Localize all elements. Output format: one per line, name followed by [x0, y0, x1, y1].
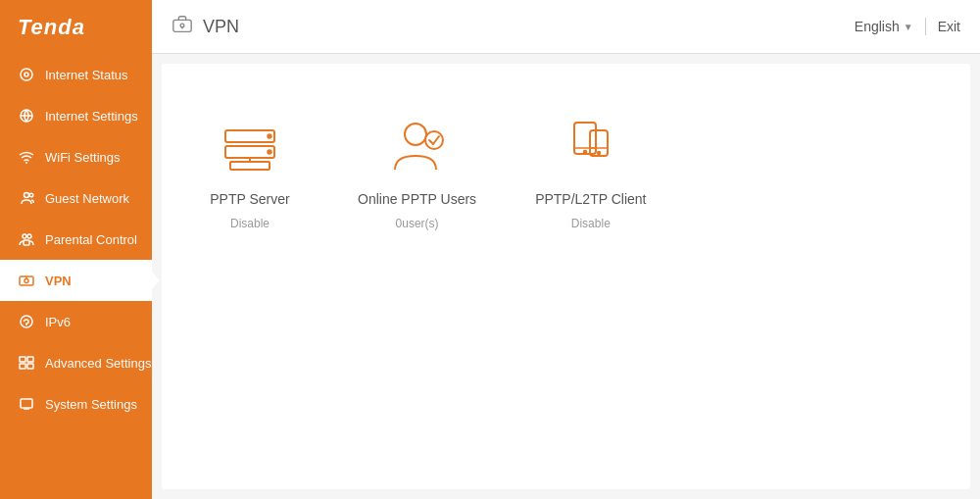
sidebar-item-label: Advanced Settings [45, 356, 151, 371]
svg-point-0 [21, 69, 32, 80]
svg-point-5 [24, 193, 29, 198]
sidebar-item-label: Guest Network [45, 191, 129, 206]
sidebar-item-vpn[interactable]: VPN [0, 260, 152, 301]
svg-rect-28 [230, 162, 270, 170]
svg-point-8 [27, 234, 31, 238]
svg-point-36 [597, 152, 600, 155]
sidebar-item-parental-control[interactable]: Parental Control [0, 219, 152, 260]
sidebar-item-label: Internet Settings [45, 109, 138, 124]
svg-point-1 [24, 73, 28, 76]
parental-control-icon [18, 230, 35, 248]
sidebar-item-internet-settings[interactable]: Internet Settings [0, 95, 152, 136]
language-label: English [855, 19, 900, 34]
svg-rect-13 [20, 357, 25, 362]
svg-point-29 [405, 124, 426, 145]
svg-rect-14 [27, 357, 33, 362]
svg-rect-15 [20, 364, 25, 369]
language-selector[interactable]: English ▼ [855, 19, 913, 34]
svg-point-11 [24, 279, 28, 283]
system-settings-icon [18, 395, 35, 413]
vpn-cards-container: PPTP Server Disable Online PPTP Users [201, 103, 931, 230]
sidebar-item-label: Parental Control [45, 232, 137, 247]
svg-rect-20 [173, 20, 191, 31]
advanced-settings-icon [18, 354, 35, 372]
svg-point-33 [583, 151, 586, 154]
svg-point-7 [23, 234, 26, 238]
pptp-server-status: Disable [230, 217, 270, 230]
svg-rect-31 [574, 123, 596, 154]
chevron-down-icon: ▼ [904, 22, 913, 32]
status-icon [18, 66, 35, 83]
internet-settings-icon [18, 107, 35, 125]
svg-rect-16 [27, 364, 33, 369]
vpn-header-icon [172, 14, 193, 39]
sidebar-item-label: WiFi Settings [45, 150, 121, 165]
vpn-nav-icon [18, 272, 35, 289]
online-pptp-users-label: Online PPTP Users [358, 191, 476, 207]
svg-point-4 [25, 162, 27, 164]
sidebar-item-internet-status[interactable]: Internet Status [0, 54, 152, 95]
header-left: VPN [172, 14, 239, 39]
sidebar-item-wifi-settings[interactable]: WiFi Settings [0, 136, 152, 177]
content-area: PPTP Server Disable Online PPTP Users [162, 64, 970, 489]
pptp-l2tp-client-label: PPTP/L2TP Client [535, 191, 646, 207]
pptp-l2tp-client-icon [557, 113, 625, 181]
online-pptp-users-icon [383, 113, 452, 181]
pptp-server-icon [216, 113, 284, 181]
svg-point-6 [29, 193, 33, 197]
svg-point-21 [180, 24, 184, 27]
pptp-server-card[interactable]: PPTP Server Disable [201, 113, 299, 230]
sidebar-item-label: VPN [45, 274, 72, 288]
header: VPN English ▼ Exit [152, 0, 980, 54]
guest-network-icon [18, 189, 35, 207]
exit-button[interactable]: Exit [938, 19, 960, 34]
sidebar-item-guest-network[interactable]: Guest Network [0, 177, 152, 219]
online-pptp-users-status: 0user(s) [396, 217, 439, 230]
sidebar-item-ipv6[interactable]: IPv6 [0, 301, 152, 342]
sidebar-item-advanced-settings[interactable]: Advanced Settings [0, 342, 152, 383]
svg-rect-9 [24, 240, 29, 245]
logo-text: Tenda [18, 15, 85, 40]
sidebar-item-label: Internet Status [45, 68, 128, 82]
sidebar-item-system-settings[interactable]: System Settings [0, 383, 152, 424]
sidebar-nav: Internet Status Internet Settings WiFi S… [0, 54, 152, 499]
ipv6-icon [18, 313, 35, 330]
sidebar: Tenda Internet Status Internet Settings … [0, 0, 152, 499]
pptp-server-label: PPTP Server [210, 191, 289, 207]
svg-point-25 [268, 150, 271, 154]
header-divider [925, 18, 926, 35]
sidebar-item-label: System Settings [45, 397, 137, 412]
svg-point-24 [268, 134, 271, 138]
svg-point-12 [21, 316, 32, 327]
wifi-settings-icon [18, 148, 35, 166]
sidebar-logo: Tenda [0, 0, 152, 54]
svg-rect-17 [21, 399, 32, 408]
pptp-l2tp-client-status: Disable [571, 217, 611, 230]
sidebar-item-label: IPv6 [45, 315, 71, 329]
pptp-l2tp-client-card[interactable]: PPTP/L2TP Client Disable [535, 113, 646, 230]
main-content: VPN English ▼ Exit [152, 0, 980, 499]
header-right: English ▼ Exit [855, 18, 960, 35]
page-title: VPN [203, 17, 239, 37]
online-pptp-users-card[interactable]: Online PPTP Users 0user(s) [358, 113, 476, 230]
svg-point-30 [425, 131, 443, 149]
